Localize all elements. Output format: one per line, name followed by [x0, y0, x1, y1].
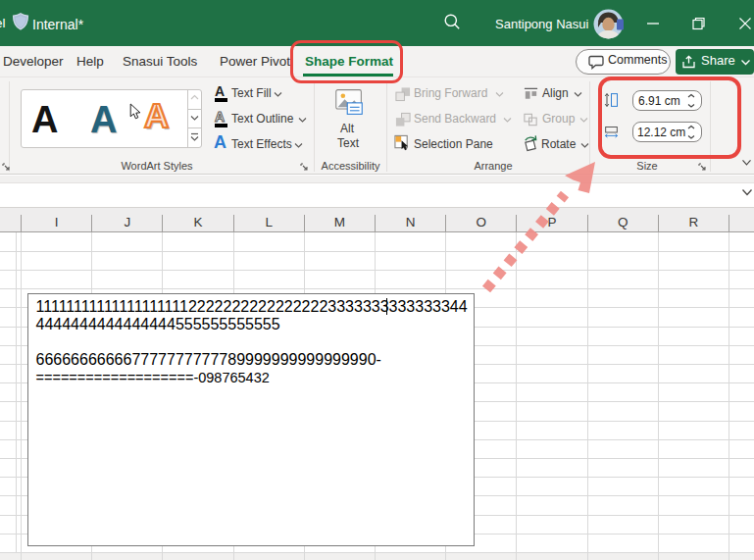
svg-text:L: L: [265, 215, 273, 229]
svg-text:K: K: [193, 215, 202, 229]
svg-text:N: N: [406, 215, 416, 229]
svg-text:J: J: [124, 215, 130, 229]
svg-text:R: R: [689, 215, 699, 229]
svg-text:I: I: [55, 215, 59, 229]
svg-text:M: M: [334, 215, 345, 229]
